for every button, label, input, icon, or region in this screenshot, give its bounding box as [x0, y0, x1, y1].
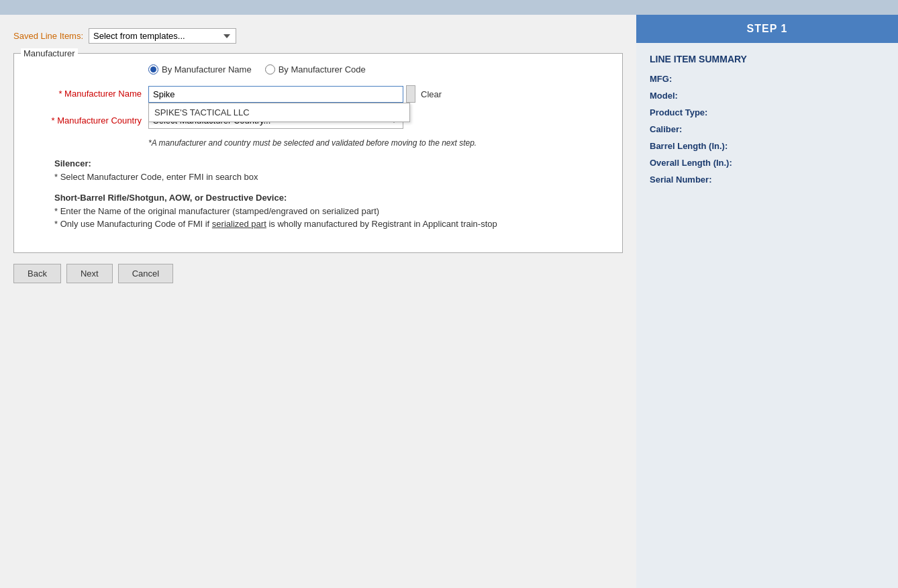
validation-note: *A manufacturer and country must be sele… — [148, 138, 609, 148]
summary-field-label: Caliber: — [650, 124, 744, 134]
saved-line-items-label: Saved Line Items: — [13, 31, 83, 41]
right-panel: STEP 1 LINE ITEM SUMMARY MFG:Model:Produ… — [636, 15, 898, 588]
manufacturer-name-wrapper: Spike SPIKE'S TACTICAL LLC — [148, 86, 403, 103]
radio-by-name-input[interactable] — [148, 64, 158, 75]
buttons-row: Back Next Cancel — [13, 264, 623, 283]
silencer-info: Silencer: * Select Manufacturer Code, en… — [54, 157, 609, 183]
summary-field-label: MFG: — [650, 74, 744, 84]
autocomplete-dropdown: SPIKE'S TACTICAL LLC — [148, 103, 410, 122]
summary-field-label: Overall Length (In.): — [650, 158, 744, 168]
manufacturer-name-clear-button[interactable] — [406, 85, 415, 103]
manufacturer-fieldset: Manufacturer By Manufacturer Name By Man… — [13, 53, 623, 253]
left-panel: Saved Line Items: Select from templates.… — [0, 15, 636, 588]
clear-link[interactable]: Clear — [421, 89, 442, 99]
manufacturer-country-label: * Manufacturer Country — [28, 112, 148, 126]
step-header: STEP 1 — [636, 15, 898, 43]
summary-field-label: Barrel Length (In.): — [650, 141, 744, 151]
silencer-title: Silencer: — [54, 158, 91, 168]
manufacturer-name-label: * Manufacturer Name — [28, 85, 148, 99]
manufacturer-name-row: * Manufacturer Name Spike SPIKE'S TACTIC… — [28, 85, 609, 103]
radio-by-code-label: By Manufacturer Code — [279, 64, 366, 75]
manufacturer-name-input[interactable]: Spike — [148, 86, 403, 103]
summary-row: Model: — [650, 91, 885, 101]
summary-field-label: Product Type: — [650, 107, 744, 117]
manufacturer-name-input-group: Spike SPIKE'S TACTICAL LLC Clear — [148, 85, 442, 103]
cancel-button[interactable]: Cancel — [118, 264, 173, 283]
summary-row: Serial Number: — [650, 175, 885, 185]
summary-row: MFG: — [650, 74, 885, 84]
back-button[interactable]: Back — [13, 264, 61, 283]
radio-by-name-label: By Manufacturer Name — [162, 64, 252, 75]
sbr-line2: * Only use Manufacturing Code of FMI if … — [54, 217, 609, 231]
radio-row: By Manufacturer Name By Manufacturer Cod… — [28, 64, 609, 75]
summary-fields: MFG:Model:Product Type:Caliber:Barrel Le… — [650, 74, 885, 185]
saved-line-items-row: Saved Line Items: Select from templates.… — [13, 28, 623, 44]
top-bar — [0, 0, 898, 15]
radio-by-code-option[interactable]: By Manufacturer Code — [265, 64, 366, 75]
radio-by-code-input[interactable] — [265, 64, 275, 75]
summary-row: Barrel Length (In.): — [650, 141, 885, 151]
sbr-title: Short-Barrel Rifle/Shotgun, AOW, or Dest… — [54, 193, 287, 203]
silencer-line1: * Select Manufacturer Code, enter FMI in… — [54, 170, 609, 184]
summary-row: Caliber: — [650, 124, 885, 134]
autocomplete-item-spikes[interactable]: SPIKE'S TACTICAL LLC — [149, 103, 409, 121]
manufacturer-legend: Manufacturer — [21, 48, 78, 58]
summary-field-label: Model: — [650, 91, 744, 101]
summary-title: LINE ITEM SUMMARY — [650, 54, 885, 64]
next-button[interactable]: Next — [66, 264, 113, 283]
summary-content: LINE ITEM SUMMARY MFG:Model:Product Type… — [636, 43, 898, 202]
sbr-line1: * Enter the Name of the original manufac… — [54, 205, 609, 218]
summary-row: Overall Length (In.): — [650, 158, 885, 168]
sbr-info: Short-Barrel Rifle/Shotgun, AOW, or Dest… — [54, 191, 609, 231]
template-select[interactable]: Select from templates... — [89, 28, 236, 44]
summary-field-label: Serial Number: — [650, 175, 744, 185]
radio-by-name-option[interactable]: By Manufacturer Name — [148, 64, 252, 75]
summary-row: Product Type: — [650, 107, 885, 117]
